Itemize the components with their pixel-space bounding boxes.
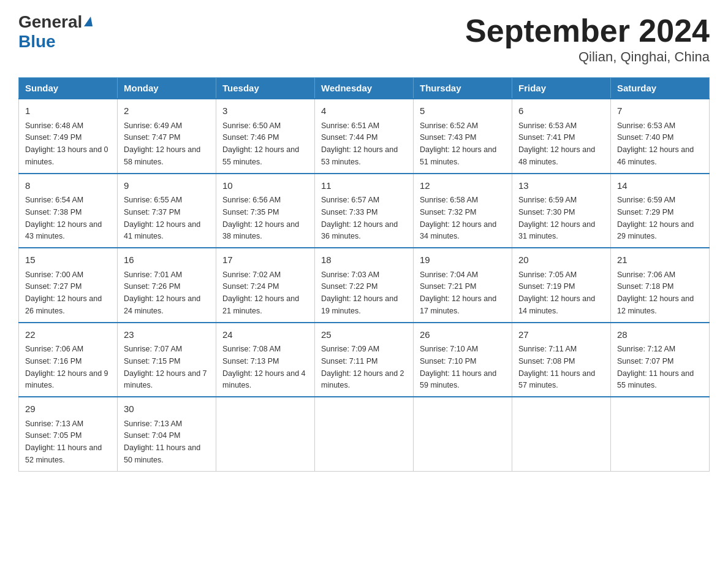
calendar-cell: 10 Sunrise: 6:56 AMSunset: 7:35 PMDaylig…: [216, 174, 315, 248]
calendar-cell: 8 Sunrise: 6:54 AMSunset: 7:38 PMDayligh…: [19, 174, 118, 248]
calendar-cell: 26 Sunrise: 7:10 AMSunset: 7:10 PMDaylig…: [414, 323, 512, 397]
week-row-2: 8 Sunrise: 6:54 AMSunset: 7:38 PMDayligh…: [19, 174, 710, 248]
calendar-cell: 25 Sunrise: 7:09 AMSunset: 7:11 PMDaylig…: [315, 323, 414, 397]
page-header: General Blue September 2024 Qilian, Qing…: [18, 12, 710, 65]
day-info: Sunrise: 7:09 AMSunset: 7:11 PMDaylight:…: [321, 345, 404, 389]
calendar-cell: 30 Sunrise: 7:13 AMSunset: 7:04 PMDaylig…: [118, 397, 216, 471]
day-info: Sunrise: 6:49 AMSunset: 7:47 PMDaylight:…: [124, 121, 200, 166]
day-number: 15: [25, 253, 111, 267]
col-wednesday: Wednesday: [315, 78, 414, 99]
day-info: Sunrise: 6:52 AMSunset: 7:43 PMDaylight:…: [420, 121, 496, 166]
calendar-cell: [414, 397, 512, 471]
calendar-cell: 7 Sunrise: 6:53 AMSunset: 7:40 PMDayligh…: [611, 99, 710, 174]
calendar-cell: 18 Sunrise: 7:03 AMSunset: 7:22 PMDaylig…: [315, 248, 414, 323]
calendar-table: Sunday Monday Tuesday Wednesday Thursday…: [18, 77, 710, 472]
day-info: Sunrise: 6:53 AMSunset: 7:40 PMDaylight:…: [617, 121, 694, 166]
day-number: 24: [222, 328, 308, 342]
day-info: Sunrise: 6:57 AMSunset: 7:33 PMDaylight:…: [321, 196, 398, 240]
page-subtitle: Qilian, Qinghai, China: [465, 49, 710, 65]
day-number: 28: [617, 328, 703, 342]
day-number: 26: [420, 328, 506, 342]
day-info: Sunrise: 7:13 AMSunset: 7:05 PMDaylight:…: [25, 419, 102, 464]
calendar-cell: 22 Sunrise: 7:06 AMSunset: 7:16 PMDaylig…: [19, 323, 118, 397]
day-info: Sunrise: 7:02 AMSunset: 7:24 PMDaylight:…: [222, 270, 299, 315]
page-title: September 2024: [465, 12, 710, 49]
calendar-cell: 2 Sunrise: 6:49 AMSunset: 7:47 PMDayligh…: [118, 99, 216, 174]
day-number: 29: [25, 402, 111, 416]
calendar-cell: 12 Sunrise: 6:58 AMSunset: 7:32 PMDaylig…: [414, 174, 512, 248]
day-info: Sunrise: 7:12 AMSunset: 7:07 PMDaylight:…: [617, 345, 694, 389]
calendar-cell: 28 Sunrise: 7:12 AMSunset: 7:07 PMDaylig…: [611, 323, 710, 397]
day-info: Sunrise: 6:58 AMSunset: 7:32 PMDaylight:…: [420, 196, 496, 240]
day-number: 27: [518, 328, 604, 342]
week-row-3: 15 Sunrise: 7:00 AMSunset: 7:27 PMDaylig…: [19, 248, 710, 323]
day-info: Sunrise: 7:01 AMSunset: 7:26 PMDaylight:…: [124, 270, 200, 315]
day-number: 13: [518, 179, 604, 193]
day-info: Sunrise: 7:13 AMSunset: 7:04 PMDaylight:…: [124, 419, 200, 464]
day-number: 2: [124, 104, 210, 118]
day-number: 23: [124, 328, 210, 342]
logo-blue: Blue: [18, 32, 56, 52]
days-of-week-row: Sunday Monday Tuesday Wednesday Thursday…: [19, 78, 710, 99]
day-info: Sunrise: 7:05 AMSunset: 7:19 PMDaylight:…: [518, 270, 595, 315]
day-info: Sunrise: 6:55 AMSunset: 7:37 PMDaylight:…: [124, 196, 200, 240]
calendar-cell: 24 Sunrise: 7:08 AMSunset: 7:13 PMDaylig…: [216, 323, 315, 397]
day-number: 4: [321, 104, 407, 118]
day-info: Sunrise: 6:53 AMSunset: 7:41 PMDaylight:…: [518, 121, 595, 166]
calendar-cell: [216, 397, 315, 471]
day-info: Sunrise: 7:00 AMSunset: 7:27 PMDaylight:…: [25, 270, 102, 315]
day-info: Sunrise: 6:56 AMSunset: 7:35 PMDaylight:…: [222, 196, 299, 240]
day-info: Sunrise: 6:51 AMSunset: 7:44 PMDaylight:…: [321, 121, 398, 166]
day-number: 22: [25, 328, 111, 342]
calendar-cell: 5 Sunrise: 6:52 AMSunset: 7:43 PMDayligh…: [414, 99, 512, 174]
calendar-cell: 3 Sunrise: 6:50 AMSunset: 7:46 PMDayligh…: [216, 99, 315, 174]
day-info: Sunrise: 6:48 AMSunset: 7:49 PMDaylight:…: [25, 121, 108, 166]
day-number: 8: [25, 179, 111, 193]
col-tuesday: Tuesday: [216, 78, 315, 99]
col-monday: Monday: [118, 78, 216, 99]
calendar-cell: 21 Sunrise: 7:06 AMSunset: 7:18 PMDaylig…: [611, 248, 710, 323]
calendar-cell: 13 Sunrise: 6:59 AMSunset: 7:30 PMDaylig…: [512, 174, 611, 248]
calendar-cell: [315, 397, 414, 471]
calendar-cell: 29 Sunrise: 7:13 AMSunset: 7:05 PMDaylig…: [19, 397, 118, 471]
day-info: Sunrise: 7:07 AMSunset: 7:15 PMDaylight:…: [124, 345, 207, 389]
week-row-5: 29 Sunrise: 7:13 AMSunset: 7:05 PMDaylig…: [19, 397, 710, 471]
day-number: 20: [518, 253, 604, 267]
calendar-cell: 4 Sunrise: 6:51 AMSunset: 7:44 PMDayligh…: [315, 99, 414, 174]
day-number: 14: [617, 179, 703, 193]
col-friday: Friday: [512, 78, 611, 99]
day-info: Sunrise: 7:10 AMSunset: 7:10 PMDaylight:…: [420, 345, 496, 389]
calendar-cell: 17 Sunrise: 7:02 AMSunset: 7:24 PMDaylig…: [216, 248, 315, 323]
day-info: Sunrise: 7:06 AMSunset: 7:18 PMDaylight:…: [617, 270, 694, 315]
day-number: 18: [321, 253, 407, 267]
calendar-cell: [512, 397, 611, 471]
calendar-cell: 23 Sunrise: 7:07 AMSunset: 7:15 PMDaylig…: [118, 323, 216, 397]
col-thursday: Thursday: [414, 78, 512, 99]
day-number: 25: [321, 328, 407, 342]
calendar-cell: 16 Sunrise: 7:01 AMSunset: 7:26 PMDaylig…: [118, 248, 216, 323]
day-number: 21: [617, 253, 703, 267]
day-info: Sunrise: 6:59 AMSunset: 7:29 PMDaylight:…: [617, 196, 694, 240]
calendar-cell: 20 Sunrise: 7:05 AMSunset: 7:19 PMDaylig…: [512, 248, 611, 323]
calendar-cell: 9 Sunrise: 6:55 AMSunset: 7:37 PMDayligh…: [118, 174, 216, 248]
logo-general: General: [18, 12, 82, 32]
day-number: 11: [321, 179, 407, 193]
day-number: 3: [222, 104, 308, 118]
calendar-cell: 19 Sunrise: 7:04 AMSunset: 7:21 PMDaylig…: [414, 248, 512, 323]
title-block: September 2024 Qilian, Qinghai, China: [465, 12, 710, 65]
day-info: Sunrise: 7:06 AMSunset: 7:16 PMDaylight:…: [25, 345, 108, 389]
day-number: 10: [222, 179, 308, 193]
day-number: 5: [420, 104, 506, 118]
calendar-cell: 1 Sunrise: 6:48 AMSunset: 7:49 PMDayligh…: [19, 99, 118, 174]
day-number: 12: [420, 179, 506, 193]
day-number: 6: [518, 104, 604, 118]
day-number: 9: [124, 179, 210, 193]
day-number: 16: [124, 253, 210, 267]
day-info: Sunrise: 7:08 AMSunset: 7:13 PMDaylight:…: [222, 345, 306, 389]
day-info: Sunrise: 6:50 AMSunset: 7:46 PMDaylight:…: [222, 121, 299, 166]
calendar-cell: 6 Sunrise: 6:53 AMSunset: 7:41 PMDayligh…: [512, 99, 611, 174]
col-saturday: Saturday: [611, 78, 710, 99]
day-number: 7: [617, 104, 703, 118]
day-number: 17: [222, 253, 308, 267]
calendar-cell: 14 Sunrise: 6:59 AMSunset: 7:29 PMDaylig…: [611, 174, 710, 248]
